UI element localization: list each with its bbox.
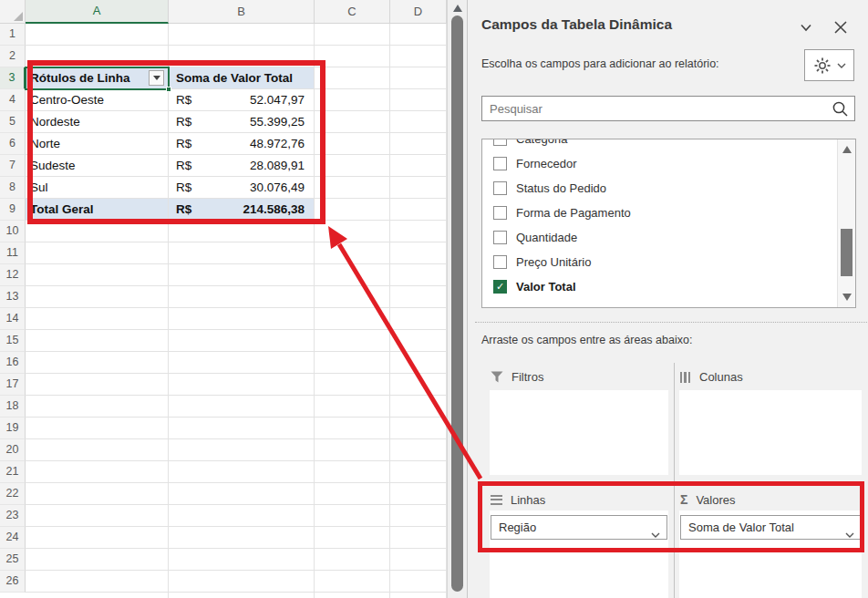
scroll-up-icon[interactable] <box>842 146 852 153</box>
row-header-19[interactable]: 19 <box>0 418 26 439</box>
row-header-21[interactable]: 21 <box>0 461 26 483</box>
checkbox-icon[interactable] <box>493 181 507 195</box>
pivot-header-values-cell[interactable]: Soma de Valor Total <box>169 67 315 89</box>
field-item-forma-de-pagamento[interactable]: Forma de Pagamento <box>482 201 836 225</box>
pivot-row-value[interactable]: R$55.399,25 <box>169 111 315 133</box>
pivot-row-label[interactable]: Sudeste <box>26 155 169 177</box>
pivot-total-value[interactable]: R$ 214.586,38 <box>169 199 315 221</box>
pivot-total-label[interactable]: Total Geral <box>26 199 169 221</box>
sigma-icon: Σ <box>680 492 687 507</box>
pivot-row-value[interactable]: R$30.076,49 <box>169 177 315 199</box>
columns-area-label: Colunas <box>680 370 743 384</box>
field-item-status-do-pedido[interactable]: Status do Pedido <box>482 176 836 201</box>
row-header-10[interactable]: 10 <box>0 221 26 242</box>
gear-icon <box>813 57 832 75</box>
panel-close-button[interactable] <box>829 16 852 38</box>
search-input[interactable] <box>482 97 824 120</box>
row-header-23[interactable]: 23 <box>0 505 26 527</box>
scrollbar-thumb[interactable] <box>841 229 852 276</box>
row-header-26[interactable]: 26 <box>0 571 26 593</box>
field-list: Categoria Fornecedor Status do Pedido Fo… <box>481 139 856 308</box>
pivot-row-label[interactable]: Nordeste <box>26 111 169 133</box>
row-header-20[interactable]: 20 <box>0 439 26 461</box>
pivot-row-label[interactable]: Centro-Oeste <box>26 89 169 111</box>
sheet-grid[interactable]: Rótulos de Linha Soma de Valor Total Cen… <box>26 24 447 598</box>
row-header-2[interactable]: 2 <box>0 46 26 67</box>
row-header-22[interactable]: 22 <box>0 483 26 505</box>
values-field-pill[interactable]: Soma de Valor Total <box>680 515 862 540</box>
row-header-5[interactable]: 5 <box>0 111 26 133</box>
row-header-16[interactable]: 16 <box>0 352 26 374</box>
pivot-row-label[interactable]: Norte <box>26 133 169 155</box>
column-header-b[interactable]: B <box>169 0 315 24</box>
checkbox-icon[interactable] <box>493 206 507 220</box>
sheet-vertical-scrollbar[interactable] <box>447 0 467 598</box>
pivot-row-label[interactable]: Sul <box>26 177 169 199</box>
row-header-13[interactable]: 13 <box>0 286 26 308</box>
row-header-25[interactable]: 25 <box>0 549 26 571</box>
pivot-row: SulR$30.076,49 <box>26 177 315 199</box>
currency-symbol: R$ <box>176 155 191 176</box>
row-header-12[interactable]: 12 <box>0 264 26 286</box>
row-header-8[interactable]: 8 <box>0 177 26 199</box>
panel-title: Campos da Tabela Dinâmica <box>481 16 672 33</box>
row-header-4[interactable]: 4 <box>0 89 26 111</box>
amount: 30.076,49 <box>250 177 305 198</box>
area-divider <box>674 363 675 598</box>
amount: 52.047,97 <box>250 89 305 110</box>
checkbox-icon[interactable] <box>493 139 507 146</box>
corner-triangle-icon <box>14 12 23 21</box>
values-area-label: Σ Valores <box>680 492 736 507</box>
field-item-quantidade[interactable]: Quantidade <box>482 225 836 250</box>
pivot-filter-button[interactable] <box>149 70 164 86</box>
panel-subtitle: Escolha os campos para adicionar ao rela… <box>481 57 719 70</box>
row-header-14[interactable]: 14 <box>0 308 26 330</box>
pivot-row-value[interactable]: R$28.089,91 <box>169 155 315 177</box>
search-box <box>481 96 855 121</box>
scroll-up-icon[interactable] <box>453 5 462 12</box>
rows-field-pill[interactable]: Região <box>491 515 667 540</box>
field-list-scrollbar[interactable] <box>837 139 855 307</box>
columns-drop-zone[interactable] <box>679 390 862 475</box>
close-icon <box>833 20 848 35</box>
chevron-down-icon <box>651 523 660 546</box>
column-header-a[interactable]: A <box>26 0 169 24</box>
scrollbar-thumb[interactable] <box>451 15 463 592</box>
tools-button[interactable] <box>804 49 854 81</box>
column-header-d[interactable]: D <box>390 0 447 24</box>
checkbox-icon[interactable] <box>493 255 507 269</box>
checkbox-icon[interactable] <box>493 280 507 294</box>
field-item-valor-total[interactable]: Valor Total <box>482 274 836 299</box>
field-item-preco-unitario[interactable]: Preço Unitário <box>482 250 836 274</box>
pivot-row-value[interactable]: R$52.047,97 <box>169 89 315 111</box>
checkbox-icon[interactable] <box>493 231 507 244</box>
separator <box>475 322 868 323</box>
row-header-9[interactable]: 9 <box>0 199 26 221</box>
row-header-17[interactable]: 17 <box>0 374 26 396</box>
row-header-15[interactable]: 15 <box>0 330 26 352</box>
select-all-corner[interactable] <box>0 0 26 24</box>
panel-collapse-button[interactable] <box>794 16 818 38</box>
row-header-1[interactable]: 1 <box>0 24 26 46</box>
filters-drop-zone[interactable] <box>490 390 668 475</box>
currency-symbol: R$ <box>176 111 191 132</box>
row-header-18[interactable]: 18 <box>0 396 26 418</box>
field-item-fornecedor[interactable]: Fornecedor <box>482 151 836 176</box>
checkbox-icon[interactable] <box>493 157 507 170</box>
pivot-header-row-labels-cell[interactable]: Rótulos de Linha <box>26 67 169 89</box>
total-amount: 214.586,38 <box>243 199 305 220</box>
currency-symbol: R$ <box>176 199 191 220</box>
currency-symbol: R$ <box>176 177 191 198</box>
row-header-7[interactable]: 7 <box>0 155 26 177</box>
pivot-row-value[interactable]: R$48.972,76 <box>169 133 315 155</box>
column-header-c[interactable]: C <box>315 0 390 24</box>
row-header-24[interactable]: 24 <box>0 527 26 549</box>
search-icon[interactable] <box>832 100 849 121</box>
field-item-categoria[interactable]: Categoria <box>482 139 836 151</box>
row-header-11[interactable]: 11 <box>0 242 26 264</box>
scroll-down-icon[interactable] <box>842 294 852 301</box>
pivot-row: Centro-OesteR$52.047,97 <box>26 89 315 111</box>
row-header-3[interactable]: 3 <box>0 67 26 89</box>
row-header-6[interactable]: 6 <box>0 133 26 155</box>
excel-window: A B C D 12345678910111213141516171819202… <box>0 0 868 598</box>
